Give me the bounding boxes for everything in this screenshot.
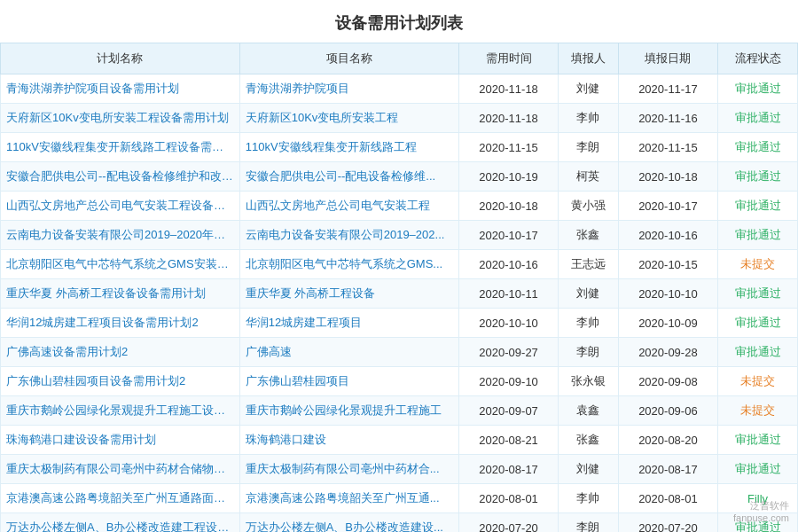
table-header: 计划名称 项目名称 需用时间 填报人 填报日期 流程状态 [1, 43, 798, 74]
cell-person: 张永银 [559, 367, 618, 396]
cell-project[interactable]: 京港澳高速公路粤境韶关至广州互通... [239, 484, 458, 513]
cell-plan[interactable]: 天府新区10Kv变电所安装工程设备需用计划 [1, 104, 240, 133]
cell-date: 2020-11-16 [618, 104, 717, 133]
cell-time: 2020-10-19 [458, 162, 558, 192]
cell-date: 2020-08-01 [618, 484, 717, 513]
header-person: 填报人 [559, 43, 618, 74]
table-row: 山西弘文房地产总公司电气安装工程设备需用...山西弘文房地产总公司电气安装工程2… [1, 192, 798, 221]
cell-date: 2020-10-18 [618, 162, 717, 192]
cell-project[interactable]: 云南电力设备安装有限公司2019–202... [239, 221, 458, 250]
cell-plan[interactable]: 北京朝阳区电气中芯特气系统之GMS安装设备... [1, 250, 240, 279]
cell-status: 审批通过 [718, 513, 798, 533]
cell-person: 李朗 [559, 133, 618, 162]
header-time: 需用时间 [458, 43, 558, 74]
cell-person: 刘健 [559, 455, 618, 484]
cell-time: 2020-09-07 [458, 396, 558, 426]
data-table: 计划名称 项目名称 需用时间 填报人 填报日期 流程状态 青海洪湖养护院项目设备… [0, 43, 798, 532]
cell-project[interactable]: 万达办公楼左侧A、B办公楼改造建设... [239, 513, 458, 533]
cell-plan[interactable]: 青海洪湖养护院项目设备需用计划 [1, 74, 240, 104]
table-row: 万达办公楼左侧A、B办公楼改造建工程设备需...万达办公楼左侧A、B办公楼改造建… [1, 513, 798, 533]
cell-project[interactable]: 重庆太极制药有限公司亳州中药材合... [239, 455, 458, 484]
cell-status: 审批通过 [718, 74, 798, 104]
cell-project[interactable]: 北京朝阳区电气中芯特气系统之GMS... [239, 250, 458, 279]
cell-plan[interactable]: 重庆市鹅岭公园绿化景观提升工程施工设备需... [1, 396, 240, 426]
table-row: 天府新区10Kv变电所安装工程设备需用计划天府新区10Kv变电所安装工程2020… [1, 104, 798, 133]
table-row: 京港澳高速公路粤境韶关至广州互通路面改造...京港澳高速公路粤境韶关至广州互通.… [1, 484, 798, 513]
cell-time: 2020-07-20 [458, 513, 558, 533]
table-row: 110kV安徽线程集变开新线路工程设备需用计划110kV安徽线程集变开新线路工程… [1, 133, 798, 162]
table-row: 青海洪湖养护院项目设备需用计划青海洪湖养护院项目2020-11-18刘健2020… [1, 74, 798, 104]
table-row: 重庆华夏 外高桥工程设备设备需用计划重庆华夏 外高桥工程设备2020-10-11… [1, 279, 798, 309]
cell-status: 审批通过 [718, 309, 798, 338]
cell-person: 李朗 [559, 513, 618, 533]
cell-time: 2020-09-10 [458, 367, 558, 396]
cell-status: 审批通过 [718, 192, 798, 221]
cell-project[interactable]: 珠海鹤港口建设 [239, 426, 458, 455]
cell-project[interactable]: 重庆华夏 外高桥工程设备 [239, 279, 458, 309]
table-row: 重庆太极制药有限公司亳州中药材合储物流基...重庆太极制药有限公司亳州中药材合.… [1, 455, 798, 484]
cell-person: 李帅 [559, 309, 618, 338]
cell-time: 2020-08-01 [458, 484, 558, 513]
cell-status: 审批通过 [718, 221, 798, 250]
cell-plan[interactable]: 广佛高速设备需用计划2 [1, 338, 240, 367]
cell-plan[interactable]: 万达办公楼左侧A、B办公楼改造建工程设备需... [1, 513, 240, 533]
cell-status: 审批通过 [718, 133, 798, 162]
cell-status: 审批通过 [718, 455, 798, 484]
cell-person: 张鑫 [559, 426, 618, 455]
table-row: 华润12城房建工程项目设备需用计划2华润12城房建工程项目2020-10-10李… [1, 309, 798, 338]
cell-time: 2020-10-16 [458, 250, 558, 279]
cell-project[interactable]: 华润12城房建工程项目 [239, 309, 458, 338]
table-row: 安徽合肥供电公司--配电设备检修维护和改造...安徽合肥供电公司--配电设备检修… [1, 162, 798, 192]
table-row: 云南电力设备安装有限公司2019–2020年度芳...云南电力设备安装有限公司2… [1, 221, 798, 250]
cell-time: 2020-11-18 [458, 104, 558, 133]
cell-person: 李帅 [559, 104, 618, 133]
cell-plan[interactable]: 京港澳高速公路粤境韶关至广州互通路面改造... [1, 484, 240, 513]
cell-plan[interactable]: 珠海鹤港口建设设备需用计划 [1, 426, 240, 455]
cell-status: Filly [718, 484, 798, 513]
cell-date: 2020-10-16 [618, 221, 717, 250]
cell-plan[interactable]: 重庆太极制药有限公司亳州中药材合储物流基... [1, 455, 240, 484]
cell-time: 2020-08-17 [458, 455, 558, 484]
table-row: 北京朝阳区电气中芯特气系统之GMS安装设备...北京朝阳区电气中芯特气系统之GM… [1, 250, 798, 279]
header-status: 流程状态 [718, 43, 798, 74]
cell-date: 2020-10-17 [618, 192, 717, 221]
cell-date: 2020-11-17 [618, 74, 717, 104]
cell-date: 2020-08-20 [618, 426, 717, 455]
cell-person: 柯英 [559, 162, 618, 192]
cell-project[interactable]: 110kV安徽线程集变开新线路工程 [239, 133, 458, 162]
cell-project[interactable]: 山西弘文房地产总公司电气安装工程 [239, 192, 458, 221]
cell-status: 审批通过 [718, 338, 798, 367]
cell-plan[interactable]: 安徽合肥供电公司--配电设备检修维护和改造... [1, 162, 240, 192]
cell-plan[interactable]: 广东佛山碧桂园项目设备需用计划2 [1, 367, 240, 396]
cell-date: 2020-08-17 [618, 455, 717, 484]
cell-person: 刘健 [559, 74, 618, 104]
cell-date: 2020-11-15 [618, 133, 717, 162]
cell-person: 李朗 [559, 338, 618, 367]
cell-time: 2020-10-17 [458, 221, 558, 250]
cell-date: 2020-09-06 [618, 396, 717, 426]
cell-project[interactable]: 广东佛山碧桂园项目 [239, 367, 458, 396]
cell-plan[interactable]: 110kV安徽线程集变开新线路工程设备需用计划 [1, 133, 240, 162]
cell-project[interactable]: 安徽合肥供电公司--配电设备检修维... [239, 162, 458, 192]
cell-project[interactable]: 广佛高速 [239, 338, 458, 367]
cell-status: 未提交 [718, 396, 798, 426]
cell-time: 2020-09-27 [458, 338, 558, 367]
cell-time: 2020-10-18 [458, 192, 558, 221]
cell-time: 2020-10-11 [458, 279, 558, 309]
cell-person: 黄小强 [559, 192, 618, 221]
cell-plan[interactable]: 华润12城房建工程项目设备需用计划2 [1, 309, 240, 338]
cell-status: 审批通过 [718, 162, 798, 192]
cell-status: 审批通过 [718, 426, 798, 455]
cell-date: 2020-09-28 [618, 338, 717, 367]
cell-plan[interactable]: 山西弘文房地产总公司电气安装工程设备需用... [1, 192, 240, 221]
cell-project[interactable]: 青海洪湖养护院项目 [239, 74, 458, 104]
header-project: 项目名称 [239, 43, 458, 74]
header-plan: 计划名称 [1, 43, 240, 74]
cell-status: 审批通过 [718, 279, 798, 309]
cell-date: 2020-07-20 [618, 513, 717, 533]
cell-person: 王志远 [559, 250, 618, 279]
cell-project[interactable]: 重庆市鹅岭公园绿化景观提升工程施工 [239, 396, 458, 426]
cell-project[interactable]: 天府新区10Kv变电所安装工程 [239, 104, 458, 133]
cell-plan[interactable]: 重庆华夏 外高桥工程设备设备需用计划 [1, 279, 240, 309]
cell-plan[interactable]: 云南电力设备安装有限公司2019–2020年度芳... [1, 221, 240, 250]
